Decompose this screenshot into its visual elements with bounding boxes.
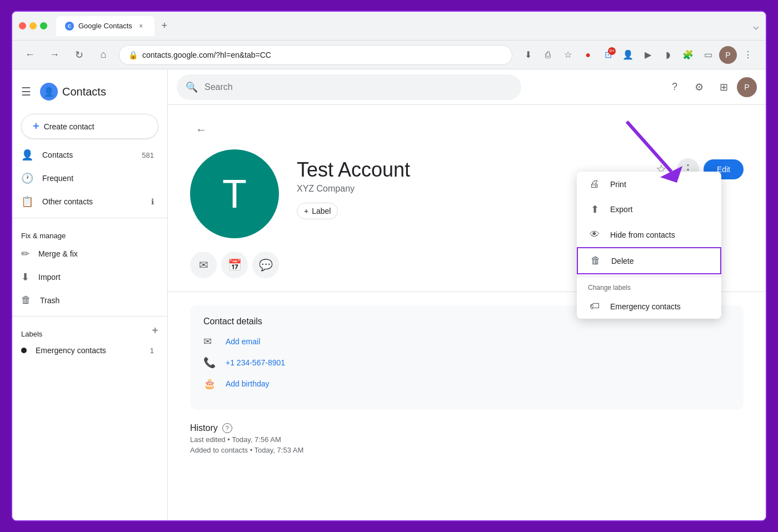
chat-action-button[interactable]: 💬 bbox=[252, 252, 279, 278]
extension-red-icon[interactable]: ● bbox=[579, 46, 597, 64]
sidebar-item-contacts[interactable]: 👤 Contacts 581 bbox=[12, 143, 163, 167]
back-nav-button[interactable]: ← bbox=[21, 46, 39, 64]
extension-avatar-icon[interactable]: 👤 bbox=[619, 46, 637, 64]
hide-icon: 👁 bbox=[588, 229, 601, 240]
sidebar-item-other-contacts[interactable]: 📋 Other contacts ℹ bbox=[12, 190, 163, 213]
history-help-icon: ? bbox=[222, 423, 232, 433]
extension-blue-icon[interactable]: ⊡ 9+ bbox=[599, 46, 617, 64]
calendar-action-button[interactable]: 📅 bbox=[221, 252, 248, 278]
traffic-lights bbox=[19, 22, 47, 29]
top-bar-icons: ? ⚙ ⊞ P bbox=[664, 76, 757, 98]
contacts-label: Contacts bbox=[42, 150, 73, 159]
export-label: Export bbox=[610, 205, 632, 214]
sidebar-item-emergency-contacts[interactable]: Emergency contacts 1 bbox=[12, 340, 163, 360]
delete-label: Delete bbox=[611, 257, 634, 265]
minimize-window-button[interactable] bbox=[29, 22, 37, 29]
reload-nav-button[interactable]: ↻ bbox=[70, 46, 88, 64]
menu-item-print[interactable]: 🖨 Print bbox=[577, 172, 721, 197]
birthday-icon: 🎂 bbox=[203, 378, 217, 390]
sidebar-item-frequent[interactable]: 🕐 Frequent bbox=[12, 167, 163, 190]
content-wrapper: 🔍 ? ⚙ ⊞ P ← T Test Account bbox=[168, 69, 766, 520]
search-input[interactable] bbox=[205, 82, 512, 92]
frequent-icon: 🕐 bbox=[21, 172, 33, 184]
sidebar-item-merge-fix[interactable]: ✏ Merge & fix bbox=[12, 242, 163, 265]
label-chip-plus: + bbox=[304, 207, 308, 215]
sidebar-toggle-icon[interactable]: ▭ bbox=[699, 46, 717, 64]
forward-nav-button[interactable]: → bbox=[46, 46, 63, 64]
fullscreen-window-button[interactable] bbox=[40, 22, 47, 29]
last-edited-text: Last edited • Today, 7:56 AM bbox=[190, 435, 744, 444]
sidebar-header: ☰ 👤 Contacts bbox=[12, 74, 167, 109]
phone-value[interactable]: +1 234-567-8901 bbox=[226, 358, 285, 367]
hamburger-icon[interactable]: ☰ bbox=[21, 85, 31, 98]
print-icon: 🖨 bbox=[588, 178, 601, 190]
emergency-label-text: Emergency contacts bbox=[610, 302, 681, 311]
home-nav-button[interactable]: ⌂ bbox=[94, 46, 112, 64]
sidebar-item-trash[interactable]: 🗑 Trash bbox=[12, 289, 163, 312]
extension-arrow-icon[interactable]: ▶ bbox=[639, 46, 657, 64]
top-bar: 🔍 ? ⚙ ⊞ P bbox=[168, 69, 766, 105]
sidebar-item-import[interactable]: ⬇ Import bbox=[12, 265, 163, 289]
change-labels-label: Change labels bbox=[577, 279, 721, 294]
labels-header: Labels + bbox=[12, 321, 167, 340]
menu-item-hide[interactable]: 👁 Hide from contacts bbox=[577, 222, 721, 247]
labels-add-button[interactable]: + bbox=[152, 324, 158, 337]
menu-item-emergency-contacts[interactable]: 🏷 Emergency contacts bbox=[577, 294, 721, 319]
new-tab-button[interactable]: + bbox=[157, 18, 172, 34]
merge-fix-label: Merge & fix bbox=[38, 249, 78, 258]
title-bar: C Google Contacts × + ⌵ bbox=[12, 12, 766, 41]
bookmark-icon[interactable]: ☆ bbox=[559, 46, 577, 64]
import-icon: ⬇ bbox=[21, 271, 29, 283]
tab-favicon: C bbox=[65, 22, 74, 31]
contacts-count: 581 bbox=[142, 151, 154, 159]
download-icon[interactable]: ⬇ bbox=[519, 46, 537, 64]
sidebar-divider-2 bbox=[12, 316, 167, 317]
other-contacts-info-icon: ℹ bbox=[151, 197, 154, 206]
apps-icon[interactable]: ⊞ bbox=[712, 76, 735, 98]
search-box[interactable]: 🔍 bbox=[177, 74, 521, 100]
other-contacts-icon: 📋 bbox=[21, 195, 33, 208]
birthday-value[interactable]: Add birthday bbox=[226, 379, 270, 388]
address-input[interactable]: 🔒 contacts.google.com/?hl=en&tab=CC bbox=[119, 45, 512, 65]
tab-bar: C Google Contacts × + ⌵ bbox=[56, 16, 759, 36]
tab-close-button[interactable]: × bbox=[137, 22, 146, 31]
user-avatar[interactable]: P bbox=[737, 77, 757, 97]
tab-title: Google Contacts bbox=[78, 22, 132, 30]
app-container: ☰ 👤 Contacts + Create contact 👤 Contacts… bbox=[12, 69, 766, 520]
chrome-menu-icon[interactable]: ⋮ bbox=[739, 46, 757, 64]
extension-puzzle-icon[interactable]: 🧩 bbox=[679, 46, 697, 64]
search-icon: 🔍 bbox=[186, 81, 198, 93]
print-label: Print bbox=[610, 180, 626, 189]
back-button[interactable]: ← bbox=[190, 118, 212, 140]
trash-label: Trash bbox=[40, 296, 59, 305]
create-contact-button[interactable]: + Create contact bbox=[21, 114, 158, 139]
menu-item-export[interactable]: ⬆ Export bbox=[577, 197, 721, 222]
help-icon[interactable]: ? bbox=[664, 76, 686, 98]
browser-toolbar: ⬇ ⎙ ☆ ● ⊡ 9+ 👤 ▶ ◗ 🧩 ▭ P ⋮ bbox=[519, 46, 757, 64]
lock-icon: 🔒 bbox=[128, 51, 138, 59]
close-window-button[interactable] bbox=[19, 22, 26, 29]
emergency-label-icon: 🏷 bbox=[588, 300, 601, 312]
email-row: ✉ Add email bbox=[203, 335, 730, 348]
menu-item-delete[interactable]: 🗑 Delete bbox=[577, 247, 721, 274]
notification-badge: 9+ bbox=[608, 47, 616, 55]
email-action-button[interactable]: ✉ bbox=[190, 252, 217, 278]
emergency-contacts-count: 1 bbox=[150, 347, 154, 355]
sidebar: ☰ 👤 Contacts + Create contact 👤 Contacts… bbox=[12, 69, 168, 520]
email-icon: ✉ bbox=[203, 335, 217, 348]
phone-icon: 📞 bbox=[203, 357, 217, 369]
hide-label: Hide from contacts bbox=[610, 230, 675, 239]
extension-moon-icon[interactable]: ◗ bbox=[659, 46, 677, 64]
label-chip[interactable]: + Label bbox=[297, 203, 338, 219]
share-icon[interactable]: ⎙ bbox=[539, 46, 557, 64]
email-value[interactable]: Add email bbox=[226, 337, 260, 346]
settings-icon[interactable]: ⚙ bbox=[688, 76, 710, 98]
label-dot-icon bbox=[21, 348, 27, 353]
address-bar: ← → ↻ ⌂ 🔒 contacts.google.com/?hl=en&tab… bbox=[12, 41, 766, 69]
contacts-icon: 👤 bbox=[21, 149, 33, 161]
tab-menu-icon[interactable]: ⌵ bbox=[753, 20, 759, 32]
dropdown-menu: 🖨 Print ⬆ Export 👁 Hide from contacts 🗑 … bbox=[577, 172, 721, 319]
active-tab[interactable]: C Google Contacts × bbox=[56, 16, 154, 36]
labels-title: Labels bbox=[21, 321, 152, 340]
browser-profile-avatar[interactable]: P bbox=[719, 46, 737, 64]
